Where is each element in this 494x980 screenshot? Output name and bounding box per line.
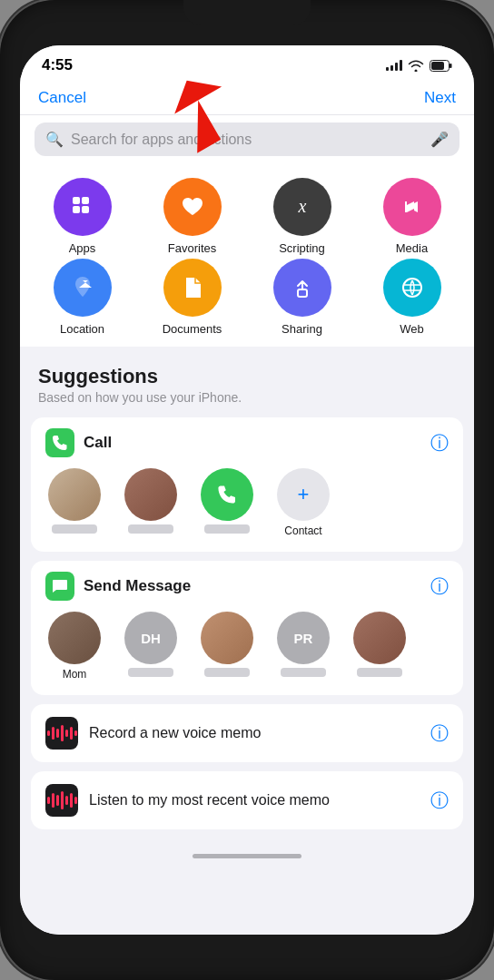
contact-avatar-cc xyxy=(201,612,253,664)
contact-avatar-5 xyxy=(353,612,406,664)
documents-label: Documents xyxy=(163,322,222,336)
contact-item-mom[interactable]: Mom xyxy=(42,612,107,681)
svg-rect-5 xyxy=(73,197,80,204)
suggestions-subtitle: Based on how you use your iPhone. xyxy=(38,390,456,405)
category-row-1: Apps Favorites x xyxy=(27,178,467,255)
category-location[interactable]: Location xyxy=(37,259,128,336)
listen-voice-waves xyxy=(47,791,77,809)
contact-avatar-mom xyxy=(48,612,101,664)
category-row-2: Location Documents xyxy=(27,259,467,336)
suggestions-title: Suggestions xyxy=(38,365,456,388)
add-contact-item[interactable]: + Contact xyxy=(271,468,336,537)
home-indicator-area xyxy=(20,838,474,866)
record-memo-icon xyxy=(45,717,78,750)
status-time: 4:55 xyxy=(42,56,73,74)
contact-avatar-2 xyxy=(124,468,177,521)
contact-name-dh xyxy=(128,668,173,677)
contact-item-cc[interactable] xyxy=(194,612,260,681)
send-message-card-title: Send Message xyxy=(84,577,191,595)
record-memo-left: Record a new voice memo xyxy=(45,717,261,750)
contact-item-dh[interactable]: DH xyxy=(118,612,183,681)
contact-avatar-pr: PR xyxy=(277,612,330,664)
svg-rect-10 xyxy=(298,289,307,297)
svg-rect-8 xyxy=(82,206,89,213)
category-scripting[interactable]: x Scripting xyxy=(257,178,348,255)
battery-icon xyxy=(430,60,452,72)
contact-avatar-phone xyxy=(201,468,253,521)
contact-item[interactable] xyxy=(194,468,260,537)
svg-rect-6 xyxy=(82,197,89,204)
message-info-icon[interactable]: ⓘ xyxy=(430,574,449,599)
favorites-label: Favorites xyxy=(168,241,216,255)
category-sharing[interactable]: Sharing xyxy=(257,259,348,336)
contact-name-cc xyxy=(204,668,250,677)
listen-memo-item[interactable]: Listen to my most recent voice memo ⓘ xyxy=(31,771,463,829)
sharing-label: Sharing xyxy=(282,322,322,336)
contact-item-pr[interactable]: PR xyxy=(271,612,336,681)
call-card-header: Call ⓘ xyxy=(31,417,463,468)
category-favorites[interactable]: Favorites xyxy=(147,178,238,255)
category-media[interactable]: Media xyxy=(367,178,458,255)
documents-icon xyxy=(163,259,222,317)
svg-rect-1 xyxy=(450,64,452,68)
search-bar[interactable]: 🔍 Search for apps and actions 🎤 xyxy=(35,122,459,156)
signal-bars-icon xyxy=(386,60,402,71)
contact-item[interactable] xyxy=(42,468,107,537)
record-memo-info-icon[interactable]: ⓘ xyxy=(430,721,449,746)
category-documents[interactable]: Documents xyxy=(147,259,238,336)
contact-name-5 xyxy=(357,668,402,677)
web-label: Web xyxy=(400,322,424,336)
send-message-card[interactable]: Send Message ⓘ Mom DH xyxy=(31,561,463,695)
call-icon xyxy=(45,428,74,457)
apps-label: Apps xyxy=(69,241,96,255)
call-card-title: Call xyxy=(84,434,112,452)
contact-item-5[interactable] xyxy=(347,612,412,681)
add-contact-button[interactable]: + xyxy=(277,468,330,521)
message-icon xyxy=(45,572,74,601)
search-container: 🔍 Search for apps and actions 🎤 xyxy=(20,115,474,167)
contact-avatar-1 xyxy=(48,468,101,521)
apps-icon xyxy=(54,178,112,236)
category-web[interactable]: Web xyxy=(367,259,458,336)
media-icon xyxy=(383,178,441,236)
contact-name-mom: Mom xyxy=(63,668,87,681)
listen-memo-label: Listen to my most recent voice memo xyxy=(89,792,330,808)
scripting-icon: x xyxy=(273,178,331,236)
sharing-icon xyxy=(273,259,331,317)
location-icon xyxy=(54,259,112,317)
search-input[interactable]: Search for apps and actions xyxy=(71,132,423,148)
send-message-header-left: Send Message xyxy=(45,572,191,601)
contact-name-phone xyxy=(204,524,250,534)
svg-text:x: x xyxy=(297,196,306,216)
search-icon: 🔍 xyxy=(45,131,64,148)
favorites-icon xyxy=(163,178,222,236)
category-grid: Apps Favorites x xyxy=(20,167,474,347)
contact-name-pr xyxy=(281,668,326,677)
mic-icon[interactable]: 🎤 xyxy=(430,131,449,148)
home-indicator xyxy=(193,854,301,858)
next-button[interactable]: Next xyxy=(424,89,456,107)
contact-item[interactable] xyxy=(118,468,183,537)
call-contacts-row: + Contact xyxy=(31,468,463,552)
wifi-icon xyxy=(408,60,424,72)
record-memo-item[interactable]: Record a new voice memo ⓘ xyxy=(31,704,463,762)
message-contacts-row: Mom DH PR xyxy=(31,612,463,695)
scripting-label: Scripting xyxy=(279,241,325,255)
listen-memo-icon xyxy=(45,784,78,817)
svg-rect-2 xyxy=(431,62,444,70)
notch xyxy=(183,0,311,25)
voice-waves xyxy=(47,725,77,741)
contact-name-1 xyxy=(52,524,97,534)
phone-screen: 4:55 xyxy=(20,45,474,935)
call-card[interactable]: Call ⓘ xyxy=(31,417,463,552)
suggestions-section: Suggestions Based on how you use your iP… xyxy=(20,347,474,935)
listen-memo-info-icon[interactable]: ⓘ xyxy=(430,789,449,813)
send-message-card-header: Send Message ⓘ xyxy=(31,561,463,612)
cancel-button[interactable]: Cancel xyxy=(38,89,86,107)
contact-avatar-dh: DH xyxy=(124,612,177,664)
call-info-icon[interactable]: ⓘ xyxy=(430,431,449,456)
status-bar: 4:55 xyxy=(20,45,474,82)
category-apps[interactable]: Apps xyxy=(37,178,128,255)
add-contact-label: Contact xyxy=(284,524,321,537)
record-memo-label: Record a new voice memo xyxy=(89,725,261,741)
